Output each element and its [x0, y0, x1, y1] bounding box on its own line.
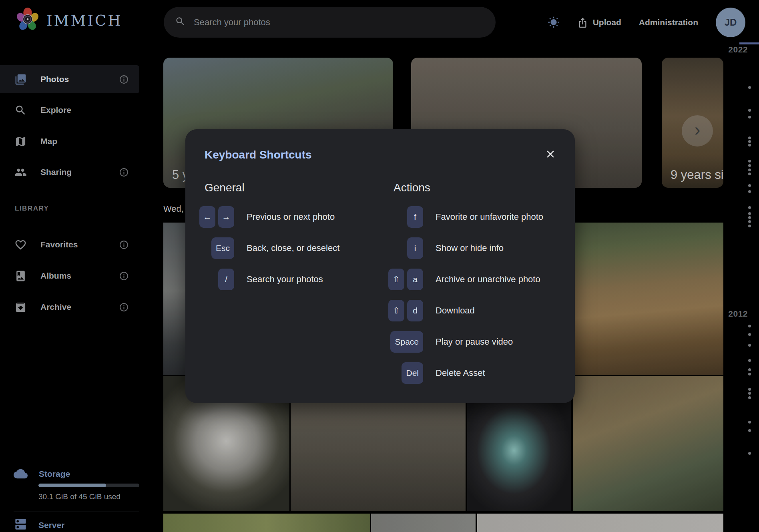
shortcut-description: Back, close, or deselect: [247, 243, 339, 253]
shortcut-description: Download: [436, 305, 475, 316]
shortcut-description: Favorite or unfavorite photo: [436, 212, 543, 222]
shortcut-row: EscBack, close, or deselect: [199, 233, 339, 264]
shortcut-description: Play or pause video: [436, 337, 513, 347]
immich-app: IMMICH Upload Administration JD: [0, 0, 759, 532]
shortcut-keys: ←→: [199, 206, 234, 228]
shortcut-description: Delete Asset: [436, 368, 485, 378]
shortcut-section-general: General←→Previous or next photoEscBack, …: [199, 181, 339, 295]
shortcut-description: Show or hide info: [436, 243, 504, 253]
keycap: i: [407, 237, 423, 259]
shortcut-row: ⇧dDownload: [388, 295, 543, 326]
shortcut-keys: ⇧d: [388, 300, 423, 321]
shortcut-keys: f: [388, 206, 423, 228]
keycap: ⇧: [388, 269, 404, 290]
shortcut-section-title: Actions: [388, 181, 543, 201]
modal-title: Keyboard Shortcuts: [205, 149, 312, 161]
shortcut-row: DelDelete Asset: [388, 357, 543, 389]
keyboard-shortcuts-modal: Keyboard Shortcuts General←→Previous or …: [185, 129, 575, 403]
keycap: /: [218, 269, 234, 290]
close-icon[interactable]: [542, 146, 558, 162]
keycap: Space: [390, 331, 423, 353]
shortcut-row: ←→Previous or next photo: [199, 201, 339, 233]
shortcut-description: Search your photos: [247, 274, 323, 285]
shortcut-description: Previous or next photo: [247, 212, 335, 222]
shortcut-keys: Esc: [199, 237, 234, 259]
keycap: a: [407, 269, 423, 290]
shortcut-section-actions: ActionsfFavorite or unfavorite photoiSho…: [388, 181, 543, 389]
shortcut-keys: i: [388, 237, 423, 259]
keycap: ←: [199, 206, 215, 228]
shortcut-row: SpacePlay or pause video: [388, 326, 543, 357]
shortcut-row: fFavorite or unfavorite photo: [388, 201, 543, 233]
shortcut-description: Archive or unarchive photo: [436, 274, 540, 285]
keycap: →: [218, 206, 234, 228]
shortcut-keys: Del: [388, 362, 423, 384]
keycap: Esc: [211, 237, 234, 259]
shortcut-keys: ⇧a: [388, 269, 423, 290]
shortcut-row: ⇧aArchive or unarchive photo: [388, 264, 543, 295]
shortcut-section-title: General: [199, 181, 339, 201]
keycap: Del: [402, 362, 423, 384]
shortcut-keys: /: [199, 269, 234, 290]
shortcut-row: /Search your photos: [199, 264, 339, 295]
shortcut-keys: Space: [388, 331, 423, 353]
keycap: d: [407, 300, 423, 321]
keycap: ⇧: [388, 300, 404, 321]
shortcut-row: iShow or hide info: [388, 233, 543, 264]
keycap: f: [407, 206, 423, 228]
